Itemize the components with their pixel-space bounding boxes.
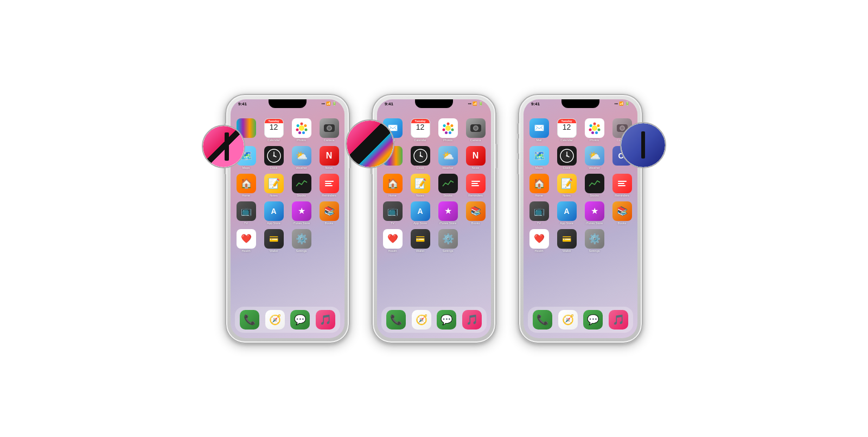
dock-safari-2[interactable]: 🧭 xyxy=(410,310,433,330)
dock-safari-3[interactable]: 🧭 xyxy=(557,310,580,330)
svg-point-20 xyxy=(443,124,445,127)
phone-frame-2: 9:41 ▪▪▪ 📶 🔋 ✉️ Mail Tuesday 12 xyxy=(372,94,496,344)
phone-frame-3: 9:41 ▪▪▪ 📶 🔋 ✉️ Mail Tuesday 12 xyxy=(518,94,643,344)
app-grid-r1-2: ✉️ Mail Tuesday 12 Calendar Photos xyxy=(377,117,491,143)
svg-point-13 xyxy=(445,125,451,131)
battery-icon-1: 🔋 xyxy=(332,102,337,106)
svg-point-17 xyxy=(449,131,451,134)
signal-icon-1: ▪▪▪ xyxy=(322,102,325,105)
app-grid-r3-3: 🏠Home 📝Notes Stocks Reminders xyxy=(524,173,637,198)
svg-point-3 xyxy=(304,128,307,131)
phone-3: 9:41 ▪▪▪ 📶 🔋 ✉️ Mail Tuesday 12 xyxy=(518,94,643,344)
phone-2: 9:41 ▪▪▪ 📶 🔋 ✉️ Mail Tuesday 12 xyxy=(372,94,496,344)
svg-point-33 xyxy=(589,124,592,127)
svg-point-6 xyxy=(296,128,298,131)
app-icon-calendar-1[interactable]: Tuesday 12 Calendar xyxy=(261,118,286,142)
app-icon-news-2[interactable]: N News xyxy=(463,146,488,169)
status-icons-1: ▪▪▪ 📶 🔋 xyxy=(322,102,337,106)
app-icon-calendar-3[interactable]: Tuesday 12 Calendar xyxy=(554,118,579,142)
silent-switch-3[interactable] xyxy=(517,123,519,134)
svg-point-2 xyxy=(304,124,307,127)
status-time-3: 9:41 xyxy=(531,102,540,106)
dock-music-3[interactable]: 🎵 xyxy=(607,310,630,330)
dock-phone-2[interactable]: 📞 xyxy=(385,310,408,330)
highlight-circle-left-1 xyxy=(202,125,245,168)
svg-point-19 xyxy=(442,128,445,131)
svg-point-15 xyxy=(450,124,453,127)
svg-point-27 xyxy=(593,122,596,125)
highlight-circle-right-3 xyxy=(620,122,666,168)
svg-point-29 xyxy=(597,128,600,131)
dock-2: 📞 🧭 💬 🎵 xyxy=(381,307,487,333)
dock-phone-1[interactable]: 📞 xyxy=(238,310,261,330)
app-icon-mail-3[interactable]: ✉️ Mail xyxy=(527,118,551,142)
app-grid-r3-2: 🏠Home 📝Notes Stocks Reminders xyxy=(377,173,491,198)
app-icon-maps-3[interactable]: 🗺️ Maps xyxy=(527,146,551,169)
app-icon-settings-1[interactable]: ⚙️ Settings xyxy=(289,229,314,252)
signal-icon-2: ▪▪▪ xyxy=(468,102,471,105)
dock-safari-1[interactable]: 🧭 xyxy=(264,310,287,330)
phone-screen-3: 9:41 ▪▪▪ 📶 🔋 ✉️ Mail Tuesday 12 xyxy=(524,99,637,338)
app-grid-r5-2: ❤️Health 💳Wallet ⚙️Settings xyxy=(377,228,491,254)
app-icon-clock-3[interactable]: Clock xyxy=(554,146,579,169)
app-icon-weather-1[interactable]: ⛅ Weather xyxy=(289,146,314,169)
svg-point-0 xyxy=(299,125,304,131)
app-icon-wallet-1[interactable]: 💳 Wallet xyxy=(261,229,286,252)
app-icon-tv-1[interactable]: 📺 TV xyxy=(234,201,258,225)
svg-point-1 xyxy=(300,122,303,125)
app-grid-r4-3: 📺TV AApp Store ★iTunes Store 📚Books xyxy=(524,200,637,226)
dock-messages-3[interactable]: 💬 xyxy=(582,310,605,330)
notch-3 xyxy=(561,99,599,108)
power-button-2[interactable] xyxy=(495,144,497,168)
app-icon-photos-1[interactable]: Photos xyxy=(289,118,314,142)
app-icon-reminders-1[interactable]: Reminders xyxy=(317,174,341,197)
phone-screen-2: 9:41 ▪▪▪ 📶 🔋 ✉️ Mail Tuesday 12 xyxy=(377,99,491,338)
volume-up-3[interactable] xyxy=(517,138,519,154)
app-icon-photos-2[interactable]: Photos xyxy=(436,118,460,142)
app-icon-books-1[interactable]: 📚 Books xyxy=(317,201,341,225)
svg-point-12 xyxy=(273,155,275,156)
dock-messages-1[interactable]: 💬 xyxy=(289,310,312,330)
app-grid-r5-3: ❤️Health 💳Wallet ⚙️Settings xyxy=(524,228,637,254)
app-icon-camera-1[interactable]: Camera xyxy=(317,118,341,142)
app-icon-home-1[interactable]: 🏠 Home xyxy=(234,174,258,197)
app-grid-row5-1: ❤️ Health 💳 Wallet ⚙️ Settings xyxy=(231,228,344,254)
app-grid-row3-1: 🏠 Home 📝 Notes Stocks xyxy=(231,173,344,198)
dock-music-2[interactable]: 🎵 xyxy=(461,310,484,330)
wifi-icon-3: 📶 xyxy=(619,102,624,106)
app-icon-weather-2[interactable]: ⛅ Weather xyxy=(436,146,460,169)
app-label-camera-1: Camera xyxy=(324,138,335,142)
status-icons-3: ▪▪▪ 📶 🔋 xyxy=(615,102,630,106)
app-icon-photos-3[interactable]: Photos xyxy=(582,118,607,142)
app-label-clock-1: Clock xyxy=(270,166,278,169)
app-icon-stocks-1[interactable]: Stocks xyxy=(289,174,314,197)
dock-messages-2[interactable]: 💬 xyxy=(435,310,458,330)
app-icon-clock-2[interactable]: Clock xyxy=(408,146,432,169)
wifi-icon-2: 📶 xyxy=(473,102,477,106)
app-icon-health-1[interactable]: ❤️ Health xyxy=(234,229,258,252)
app-icon-clock-1[interactable]: Clock xyxy=(261,146,286,169)
app-grid-row4-1: 📺 TV A App Store ★ iTunes Store 📚 Books xyxy=(231,200,344,226)
notch-2 xyxy=(415,99,453,108)
status-time-1: 9:41 xyxy=(238,102,247,106)
app-label-weather-1: Weather xyxy=(296,166,307,169)
app-icon-calendar-2[interactable]: Tuesday 12 Calendar xyxy=(408,118,432,142)
svg-point-18 xyxy=(445,131,448,134)
app-icon-news-1[interactable]: N News xyxy=(317,146,341,169)
svg-point-16 xyxy=(451,128,454,131)
svg-point-30 xyxy=(595,131,598,134)
dock-1: 📞 🧭 💬 🎵 xyxy=(235,307,340,333)
app-icon-camera-2[interactable]: Camera xyxy=(463,118,488,142)
highlight-circle-left-2 xyxy=(346,119,394,168)
app-icon-weather-3[interactable]: ⛅ Weather xyxy=(582,146,607,169)
dock-phone-3[interactable]: 📞 xyxy=(531,310,554,330)
svg-point-31 xyxy=(591,131,594,134)
app-grid-1: Tuesday 12 Calendar xyxy=(231,117,344,143)
volume-down-3[interactable] xyxy=(517,159,519,174)
app-icon-appstore-1[interactable]: A App Store xyxy=(261,201,286,225)
signal-icon-3: ▪▪▪ xyxy=(615,102,618,105)
app-icon-notes-1[interactable]: 📝 Notes xyxy=(261,174,286,197)
app-icon-itunes-1[interactable]: ★ iTunes Store xyxy=(289,201,314,225)
svg-point-32 xyxy=(589,128,591,131)
dock-music-1[interactable]: 🎵 xyxy=(314,310,337,330)
